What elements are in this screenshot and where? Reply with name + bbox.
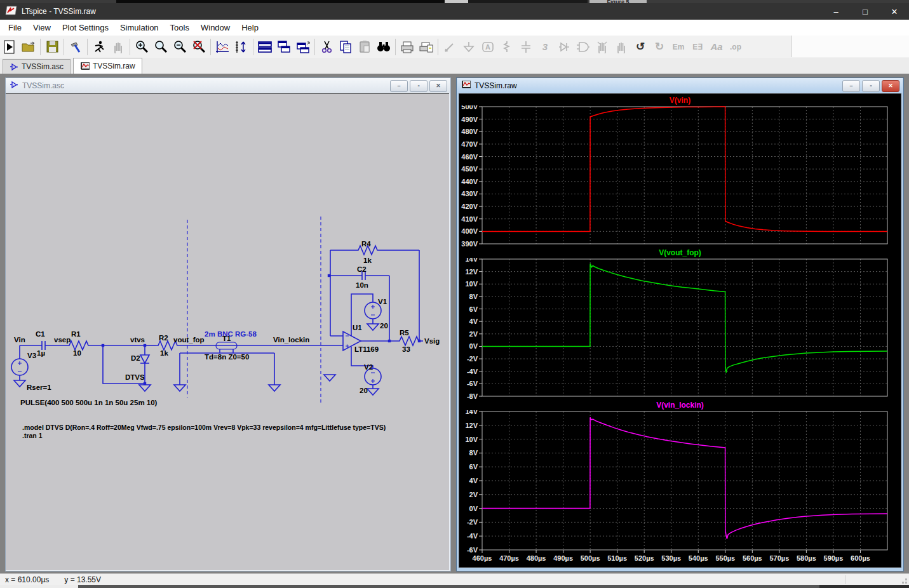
toolbar-autorange-button[interactable] [213, 38, 232, 56]
toolbar-zoom-y-button[interactable] [232, 38, 251, 56]
svg-text:10: 10 [73, 349, 81, 357]
svg-text:C2: C2 [357, 265, 367, 273]
menu-help[interactable]: Help [236, 20, 264, 36]
menu-file[interactable]: File [3, 20, 27, 36]
schematic-window[interactable]: TVSSim.asc – ▫ ✕ [5, 77, 451, 571]
toolbar-save-button[interactable] [43, 38, 62, 56]
toolbar-print-button[interactable] [398, 38, 417, 56]
toolbar-print-preview-button[interactable] [417, 38, 436, 56]
svg-text:-6V: -6V [467, 380, 478, 387]
menu-plot-settings[interactable]: Plot Settings [57, 20, 114, 36]
toolbar-text-button[interactable]: Aa [707, 38, 726, 56]
svg-text:R1: R1 [71, 330, 81, 338]
toolbar-tile-vertical-button[interactable] [274, 38, 293, 56]
toolbar-zoom-area-button[interactable] [151, 38, 170, 56]
component-u1[interactable]: U1 LT1169 [343, 324, 379, 353]
tab-tvssim-asc[interactable]: TVSSim.asc [3, 59, 71, 74]
toolbar-place-capacitor-button[interactable] [516, 38, 535, 56]
svg-text:20: 20 [380, 322, 388, 330]
running-man-icon [93, 41, 105, 53]
waveform-window[interactable]: TVSSim.raw – ▫ ✕ V(vin) 390V400V410V420V… [456, 77, 904, 571]
toolbar-paste-button[interactable] [355, 38, 374, 56]
schematic-minimize-button[interactable]: – [390, 80, 408, 92]
toolbar-copy-button[interactable] [336, 38, 355, 56]
svg-text:490µs: 490µs [553, 554, 573, 562]
net-label-icon: A [481, 41, 494, 53]
window-close-button[interactable]: ✕ [880, 3, 909, 20]
open-folder-icon [22, 41, 36, 53]
component-r4[interactable]: R4 1k [330, 240, 419, 341]
svg-text:12V: 12V [465, 268, 478, 276]
toolbar-run-man-button[interactable] [90, 38, 109, 56]
window-minimize-button[interactable]: – [821, 3, 851, 20]
title-bar[interactable]: LTspice - TVSSim.raw – □ ✕ [0, 3, 909, 20]
schematic-close-button[interactable]: ✕ [429, 80, 447, 92]
svg-text:12V: 12V [465, 422, 478, 429]
plot-pane-vin[interactable]: 390V400V410V420V430V440V450V460V470V480V… [459, 105, 901, 246]
plot-pane-vout-fop[interactable]: -8V-6V-4V-2V0V2V4V6V8V10V12V14V [459, 258, 901, 399]
plot-pane-vin-lockin[interactable]: -6V-4V-2V0V2V4V6V8V10V12V14V460µs470µs48… [459, 410, 901, 565]
svg-text:550µs: 550µs [715, 554, 735, 562]
component-d2[interactable]: D2 DTVS [103, 345, 151, 391]
toolbar-cut-button[interactable] [317, 38, 336, 56]
toolbar-place-component-button[interactable] [574, 38, 593, 56]
toolbar-zoom-in-button[interactable] [132, 38, 151, 56]
schematic-window-titlebar[interactable]: TVSSim.asc – ▫ ✕ [6, 78, 450, 93]
menu-window[interactable]: Window [195, 20, 236, 36]
svg-text:LT1169: LT1169 [354, 345, 379, 353]
toolbar-zoom-full-button[interactable] [189, 38, 208, 56]
schematic-drawing[interactable]: Vin V3 Rser=1 C1 1µ vsep [6, 94, 449, 570]
toolbar-mirror-button[interactable]: Em [669, 38, 688, 56]
menu-view[interactable]: View [27, 20, 57, 36]
menu-simulation[interactable]: Simulation [114, 20, 165, 36]
toolbar-place-label-button[interactable]: A [478, 38, 497, 56]
menu-tools[interactable]: Tools [165, 20, 195, 36]
schematic-window-title: TVSSim.asc [22, 81, 64, 90]
toolbar-undo-button[interactable]: ↺ [631, 38, 650, 56]
toolbar-draw-wire-button[interactable] [440, 38, 459, 56]
tab-tvssim-raw[interactable]: TVSSim.raw [73, 58, 142, 74]
toolbar-empty-area [791, 36, 909, 57]
svg-text:540µs: 540µs [689, 554, 708, 562]
window-title: LTspice - TVSSim.raw [22, 7, 96, 16]
print-icon [400, 41, 414, 53]
toolbar-place-inductor-button[interactable]: 3 [535, 38, 555, 56]
toolbar-spice-directive-button[interactable]: .op [726, 38, 745, 56]
schematic-canvas[interactable]: Vin V3 Rser=1 C1 1µ vsep [6, 93, 449, 570]
toolbar-control-panel-button[interactable] [66, 38, 85, 56]
toolbar-rotate-button[interactable]: E∃ [688, 38, 707, 56]
status-cursor-y: y = 13.55V [64, 575, 101, 584]
toolbar-pause-button[interactable] [109, 38, 128, 56]
svg-text:DTVS: DTVS [125, 373, 145, 381]
print-preview-icon [419, 41, 433, 53]
toolbar-open-button[interactable] [19, 38, 38, 56]
component-v2[interactable]: V2 20 [351, 347, 381, 395]
component-r1[interactable]: R1 10 [67, 330, 145, 357]
toolbar-run-button[interactable] [0, 38, 19, 56]
toolbar-place-diode-button[interactable] [555, 38, 574, 56]
svg-text:580µs: 580µs [797, 554, 816, 562]
waveform-restore-button[interactable]: ▫ [862, 80, 880, 92]
run-icon [3, 40, 16, 54]
tran-directive: .tran 1 [22, 432, 43, 439]
diode-icon [558, 41, 570, 53]
window-maximize-button[interactable]: □ [851, 3, 880, 20]
plot-title-vin: V(vin) [459, 96, 901, 105]
svg-text:510µs: 510µs [607, 554, 627, 562]
toolbar-place-ground-button[interactable] [459, 38, 478, 56]
toolbar-drag-button[interactable] [612, 38, 631, 56]
waveform-window-titlebar[interactable]: TVSSim.raw – ▫ ✕ [457, 78, 903, 93]
waveform-minimize-button[interactable]: – [842, 80, 860, 92]
toolbar-place-resistor-button[interactable] [497, 38, 516, 56]
toolbar-redo-button[interactable]: ↻ [650, 38, 669, 56]
toolbar-zoom-out-button[interactable] [170, 38, 189, 56]
schematic-restore-button[interactable]: ▫ [410, 80, 428, 92]
toolbar-move-button[interactable] [593, 38, 612, 56]
svg-text:410V: 410V [461, 215, 478, 223]
waveform-plot-area[interactable]: V(vin) 390V400V410V420V430V440V450V460V4… [459, 93, 901, 568]
waveform-close-button[interactable]: ✕ [882, 80, 899, 92]
toolbar-cascade-button[interactable] [293, 38, 313, 56]
toolbar-tile-horizontal-button[interactable] [255, 38, 274, 56]
toolbar-find-button[interactable] [374, 38, 393, 56]
plot-title-vin-lockin: V(vin_lockin) [459, 401, 901, 410]
